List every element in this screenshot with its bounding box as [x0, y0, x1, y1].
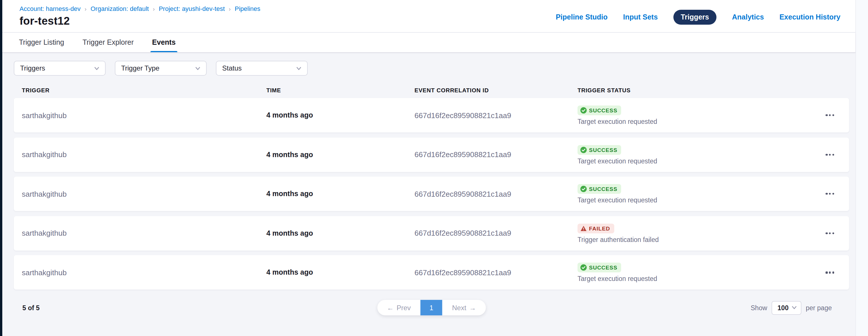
warning-triangle-icon: [580, 225, 587, 232]
status-message: Trigger authentication failed: [578, 236, 849, 243]
trigger-name: sarthakgithub: [22, 268, 267, 277]
table-row[interactable]: sarthakgithub 4 months ago 667d16f2ec895…: [14, 216, 849, 250]
breadcrumb-account[interactable]: Account: harness-dev: [20, 5, 81, 12]
triggers-filter-label: Triggers: [20, 64, 45, 72]
show-label: Show: [751, 304, 767, 311]
content-column: Account: harness-dev › Organization: def…: [2, 0, 856, 336]
breadcrumb-pipelines[interactable]: Pipelines: [235, 5, 260, 12]
more-options-icon[interactable]: [824, 190, 836, 198]
status-badge-label: SUCCESS: [589, 107, 617, 113]
status-badge-label: SUCCESS: [589, 186, 617, 192]
tab-events[interactable]: Events: [152, 33, 176, 52]
more-options-icon[interactable]: [824, 150, 836, 159]
page-header: Account: harness-dev › Organization: def…: [2, 0, 856, 33]
nav-execution-history[interactable]: Execution History: [779, 13, 840, 21]
event-time: 4 months ago: [267, 150, 414, 159]
per-page-suffix: per page: [806, 304, 832, 311]
breadcrumb-separator-icon: ›: [153, 5, 155, 12]
per-page-dropdown[interactable]: 100: [772, 301, 801, 315]
chevron-down-icon: [792, 305, 797, 310]
more-options-icon[interactable]: [824, 229, 836, 237]
status-badge-label: FAILED: [589, 225, 610, 232]
status-message: Target execution requested: [578, 157, 849, 164]
check-circle-icon: [580, 186, 587, 192]
nav-triggers[interactable]: Triggers: [673, 10, 717, 25]
right-margin-strip: [856, 0, 868, 336]
tab-trigger-explorer-label: Trigger Explorer: [83, 38, 134, 46]
per-page-value: 100: [778, 304, 788, 311]
event-time: 4 months ago: [267, 111, 414, 119]
trigger-name: sarthakgithub: [22, 190, 267, 198]
prev-page-button[interactable]: ← Prev: [377, 300, 421, 316]
pagination: ← Prev 1 Next →: [377, 300, 486, 316]
next-page-button[interactable]: Next →: [442, 300, 486, 316]
more-options-icon[interactable]: [824, 111, 836, 120]
filter-bar: Triggers Trigger Type Status: [14, 61, 856, 76]
tab-bar: Trigger Listing Trigger Explorer Events: [2, 33, 856, 53]
column-header-time: Time: [267, 87, 414, 93]
status-badge: SUCCESS: [578, 105, 621, 115]
trigger-type-filter-dropdown[interactable]: Trigger Type: [115, 61, 207, 76]
event-time: 4 months ago: [267, 269, 414, 277]
nav-analytics[interactable]: Analytics: [732, 13, 764, 21]
status-badge: SUCCESS: [578, 184, 621, 194]
check-circle-icon: [580, 265, 587, 271]
status-filter-label: Status: [222, 64, 242, 72]
per-page-control: Show 100 per page: [751, 300, 832, 316]
tab-events-label: Events: [152, 38, 176, 46]
check-circle-icon: [580, 146, 587, 153]
tab-trigger-listing[interactable]: Trigger Listing: [19, 33, 64, 52]
trigger-status-cell: SUCCESS Target execution requested: [578, 263, 849, 282]
event-correlation-id: 667d16f2ec895908821c1aa9: [414, 150, 578, 159]
triggers-filter-dropdown[interactable]: Triggers: [14, 61, 105, 76]
trigger-status-cell: SUCCESS Target execution requested: [578, 145, 849, 164]
triggers-events-page: Account: harness-dev › Organization: def…: [0, 0, 868, 336]
collapsed-sidebar-strip[interactable]: [0, 0, 2, 336]
arrow-right-icon: →: [469, 304, 476, 312]
tab-trigger-listing-label: Trigger Listing: [19, 38, 64, 46]
tab-trigger-explorer[interactable]: Trigger Explorer: [83, 33, 134, 52]
event-time: 4 months ago: [267, 229, 414, 237]
more-options-icon[interactable]: [824, 268, 836, 277]
page-number-button[interactable]: 1: [421, 300, 442, 316]
results-count: 5 of 5: [22, 305, 40, 312]
status-filter-dropdown[interactable]: Status: [216, 61, 308, 76]
events-body: Triggers Trigger Type Status Trigger Tim…: [2, 53, 856, 316]
trigger-status-cell: SUCCESS Target execution requested: [578, 184, 849, 204]
table-row[interactable]: sarthakgithub 4 months ago 667d16f2ec895…: [14, 177, 849, 211]
trigger-status-cell: FAILED Trigger authentication failed: [578, 224, 849, 243]
event-correlation-id: 667d16f2ec895908821c1aa9: [414, 229, 578, 238]
column-header-event-correlation-id: Event Correlation Id: [414, 87, 578, 93]
trigger-name: sarthakgithub: [22, 111, 267, 120]
table-row[interactable]: sarthakgithub 4 months ago 667d16f2ec895…: [14, 98, 849, 132]
status-message: Target execution requested: [578, 197, 849, 204]
table-row[interactable]: sarthakgithub 4 months ago 667d16f2ec895…: [14, 256, 849, 290]
table-row[interactable]: sarthakgithub 4 months ago 667d16f2ec895…: [14, 137, 849, 172]
trigger-name: sarthakgithub: [22, 229, 267, 238]
event-correlation-id: 667d16f2ec895908821c1aa9: [414, 190, 578, 198]
trigger-status-cell: SUCCESS Target execution requested: [578, 105, 849, 125]
status-message: Target execution requested: [578, 275, 849, 282]
prev-page-label: Prev: [397, 304, 411, 312]
nav-pipeline-studio[interactable]: Pipeline Studio: [556, 13, 608, 21]
status-badge-label: SUCCESS: [589, 265, 617, 271]
breadcrumb-separator-icon: ›: [85, 5, 87, 12]
table-footer: 5 of 5 ← Prev 1 Next → Show 100: [14, 300, 849, 316]
check-circle-icon: [580, 107, 587, 113]
status-badge: SUCCESS: [578, 263, 621, 273]
event-correlation-id: 667d16f2ec895908821c1aa9: [414, 268, 578, 277]
event-time: 4 months ago: [267, 190, 414, 198]
chevron-down-icon: [195, 66, 200, 71]
active-tab-underline: [150, 51, 177, 52]
chevron-down-icon: [94, 66, 99, 71]
trigger-name: sarthakgithub: [22, 150, 267, 159]
column-header-trigger-status: Trigger Status: [578, 87, 856, 93]
next-page-label: Next: [452, 304, 466, 312]
nav-input-sets[interactable]: Input Sets: [623, 13, 658, 21]
pipeline-top-nav: Pipeline Studio Input Sets Triggers Anal…: [556, 10, 840, 25]
chevron-down-icon: [296, 66, 301, 71]
status-message: Target execution requested: [578, 118, 849, 125]
breadcrumb-project[interactable]: Project: ayushi-dev-test: [159, 5, 225, 12]
trigger-type-filter-label: Trigger Type: [121, 64, 159, 72]
breadcrumb-organization[interactable]: Organization: default: [90, 5, 149, 12]
